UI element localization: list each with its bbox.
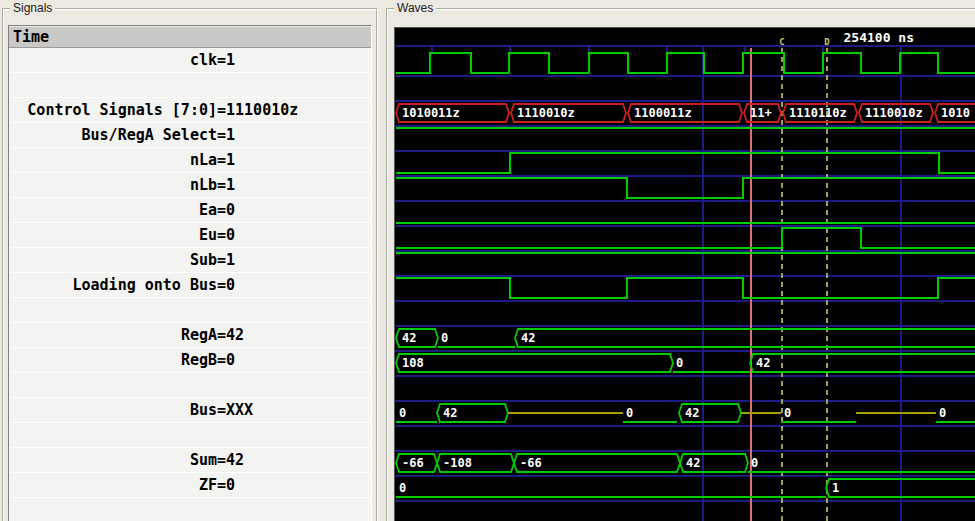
bus-segment-regb — [396, 354, 673, 372]
signal-name: Bus/RegA Select — [9, 123, 217, 147]
signal-name: Control Signals [7:0] — [9, 98, 217, 122]
wave-clk — [396, 53, 975, 73]
signal-value: =0 — [217, 223, 235, 247]
signal-value: =0 — [217, 348, 235, 372]
bus-value-label: 0 — [399, 406, 406, 420]
bus-value-label: 0 — [751, 456, 758, 470]
marker-label-d: D — [824, 37, 830, 47]
signal-row-bus[interactable]: Bus=XXX — [9, 398, 371, 423]
signal-row-regb[interactable]: RegB=0 — [9, 348, 371, 373]
signal-row-clk[interactable]: clk=1 — [9, 48, 371, 73]
signal-value: =0 — [217, 273, 235, 297]
signal-name: nLb — [9, 173, 217, 197]
signal-row-loading-onto-bus[interactable]: Loading onto Bus=0 — [9, 273, 371, 298]
signal-name — [9, 298, 217, 322]
wave-eu — [396, 228, 975, 248]
waves-panel: Waves 254100 nsCD1010011z1110010z1100011… — [386, 8, 975, 521]
signal-value: =42 — [217, 323, 244, 347]
signal-value: =42 — [217, 448, 244, 472]
wave-loading-onto-bus — [396, 278, 975, 298]
signal-row-zf[interactable]: ZF=0 — [9, 473, 371, 498]
bus-segment-regb — [750, 354, 975, 372]
signal-name: ZF — [9, 473, 217, 497]
signal-value: =1 — [217, 248, 235, 272]
bus-value-label: 1100011z — [634, 106, 692, 120]
signal-name: Ea — [9, 198, 217, 222]
bus-value-label: 108 — [402, 356, 424, 370]
bus-value-label: -66 — [520, 456, 542, 470]
signal-row-bus-rega-select[interactable]: Bus/RegA Select=1 — [9, 123, 371, 148]
marker-label-c: C — [779, 37, 784, 47]
signal-row-nlb[interactable]: nLb=1 — [9, 173, 371, 198]
bus-value-label: 42 — [756, 356, 770, 370]
signal-value: =1110010z — [217, 98, 298, 122]
bus-value-label: 0 — [441, 331, 448, 345]
signal-row-blank[interactable] — [9, 373, 371, 398]
bus-value-label: 0 — [399, 481, 406, 495]
signal-row-blank[interactable] — [9, 298, 371, 323]
bus-value-label: 1010 — [941, 106, 970, 120]
bus-value-label: 0 — [784, 406, 791, 420]
signal-row-blank[interactable] — [9, 498, 371, 521]
signal-name: nLa — [9, 148, 217, 172]
wave-area[interactable]: 254100 nsCD1010011z1110010z1100011z11+11… — [394, 27, 975, 521]
signal-name — [9, 73, 217, 97]
signal-name: clk — [9, 48, 217, 72]
signal-name: Loading onto Bus — [9, 273, 217, 297]
signal-value: =0 — [217, 198, 235, 222]
signal-name — [9, 498, 217, 521]
signals-panel: Signals Time clk=1Control Signals [7:0]=… — [2, 8, 378, 521]
signal-rows: clk=1Control Signals [7:0]=1110010zBus/R… — [9, 48, 371, 521]
bus-value-label: -108 — [443, 456, 472, 470]
signal-row-eu[interactable]: Eu=0 — [9, 223, 371, 248]
wave-nla — [396, 153, 975, 173]
time-header: Time — [9, 26, 371, 48]
bus-value-label: -66 — [402, 456, 424, 470]
signal-name: RegB — [9, 348, 217, 372]
signal-row-sum[interactable]: Sum=42 — [9, 448, 371, 473]
signal-row-blank[interactable] — [9, 73, 371, 98]
bus-value-label: 1010011z — [402, 106, 460, 120]
signal-name — [9, 373, 217, 397]
waves-panel-title: Waves — [394, 1, 436, 15]
signal-name: Sub — [9, 248, 217, 272]
signal-row-ea[interactable]: Ea=0 — [9, 198, 371, 223]
bus-segment-rega — [515, 329, 975, 347]
bus-value-label: 1 — [832, 481, 839, 495]
signals-panel-title: Signals — [10, 1, 55, 15]
signal-row-control-signals-7-0[interactable]: Control Signals [7:0]=1110010z — [9, 98, 371, 123]
signal-name: RegA — [9, 323, 217, 347]
bus-value-label: 42 — [443, 406, 457, 420]
bus-value-label: 0 — [626, 406, 633, 420]
signal-name: Bus — [9, 398, 217, 422]
signal-value: =1 — [217, 123, 235, 147]
signal-row-nla[interactable]: nLa=1 — [9, 148, 371, 173]
bus-value-label: 42 — [521, 331, 535, 345]
bus-value-label: 1110110z — [789, 106, 847, 120]
bus-value-label: 42 — [686, 456, 700, 470]
timeline-time-label: 254100 ns — [844, 30, 914, 45]
signal-value: =1 — [217, 148, 235, 172]
wave-nlb — [396, 178, 975, 198]
waveform-svg[interactable]: 254100 nsCD1010011z1110010z1100011z11+11… — [395, 28, 975, 521]
bus-value-label: 1110010z — [517, 106, 575, 120]
signal-value: =1 — [217, 173, 235, 197]
signal-name — [9, 423, 217, 447]
signal-value: =0 — [217, 473, 235, 497]
signal-row-blank[interactable] — [9, 423, 371, 448]
bus-value-label: 42 — [402, 331, 416, 345]
bus-value-label: 42 — [685, 406, 699, 420]
signal-row-rega[interactable]: RegA=42 — [9, 323, 371, 348]
signal-name: Sum — [9, 448, 217, 472]
bus-value-label: 0 — [676, 356, 683, 370]
bus-value-label: 0 — [939, 406, 946, 420]
bus-value-label: 1110010z — [865, 106, 923, 120]
signal-list[interactable]: Time clk=1Control Signals [7:0]=1110010z… — [8, 25, 372, 521]
signal-row-sub[interactable]: Sub=1 — [9, 248, 371, 273]
signal-name: Eu — [9, 223, 217, 247]
bus-value-label: 11+ — [750, 106, 772, 120]
signal-value: =1 — [217, 48, 235, 72]
signal-value: =XXX — [217, 398, 253, 422]
